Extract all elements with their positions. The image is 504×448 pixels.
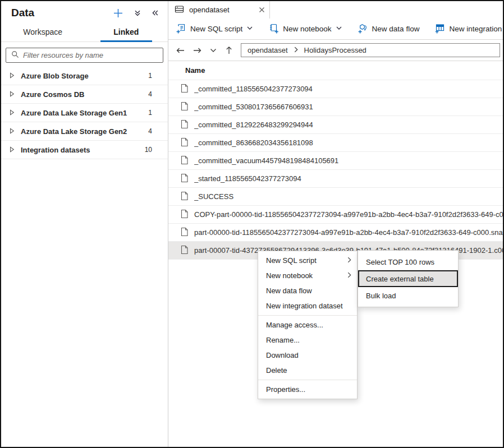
chevron-down-icon	[246, 25, 253, 33]
up-level-icon[interactable]	[224, 46, 233, 55]
file-row[interactable]: _committed_8129226483299294944	[168, 116, 503, 134]
context-menu: New SQL script New notebook New data flo…	[258, 251, 358, 399]
add-icon[interactable]	[112, 7, 124, 19]
menu-item-download[interactable]: Download	[258, 348, 357, 363]
menu-item-delete[interactable]: Delete	[258, 363, 357, 378]
file-name: _committed_1185565042377273094	[194, 85, 313, 93]
forward-arrow-icon[interactable]	[193, 46, 202, 55]
tree-item-count: 1	[148, 109, 152, 117]
menu-item-new-integration-dataset[interactable]: New integration dataset	[258, 298, 357, 313]
file-row[interactable]: COPY-part-00000-tid-1185565042377273094-…	[168, 206, 503, 224]
tree-item-label: Integration datasets	[21, 146, 139, 154]
submenu-chevron-icon	[347, 256, 351, 265]
new-data-flow-button[interactable]: New data flow	[358, 23, 420, 35]
close-icon[interactable]	[259, 7, 265, 13]
file-icon	[180, 119, 189, 131]
submenu-item-bulk-load[interactable]: Bulk load	[358, 287, 458, 304]
chevron-right-icon[interactable]	[10, 89, 15, 99]
filter-resources-input[interactable]	[23, 51, 158, 59]
file-row[interactable]: _committed_8636682034356181098	[168, 134, 503, 152]
tab-workspace[interactable]: Workspace	[1, 24, 85, 41]
file-row[interactable]: _started_1185565042377273094	[168, 170, 503, 188]
chevron-right-icon[interactable]	[10, 145, 15, 155]
tree-item-label: Azure Data Lake Storage Gen2	[21, 127, 142, 136]
new-sql-script-submenu: Select TOP 100 rows Create external tabl…	[358, 250, 459, 307]
collapse-panel-icon[interactable]	[151, 9, 159, 17]
new-sql-script-button[interactable]: New SQL script	[176, 23, 253, 35]
menu-item-label: Properties...	[266, 385, 351, 394]
submenu-item-select-top-100-rows[interactable]: Select TOP 100 rows	[358, 253, 458, 270]
chevron-right-icon[interactable]	[10, 71, 15, 81]
menu-item-new-sql-script[interactable]: New SQL script	[258, 253, 357, 268]
menu-item-label: New integration dataset	[266, 302, 351, 310]
menu-item-properties[interactable]: Properties...	[258, 382, 357, 397]
storage-icon	[175, 5, 184, 15]
command-bar: New SQL script New notebook New data flo	[168, 19, 503, 40]
menu-item-label: Manage access...	[266, 321, 351, 329]
file-icon	[180, 191, 189, 202]
tree-item-azure-blob-storage[interactable]: Azure Blob Storage 1	[1, 67, 168, 85]
breadcrumb: opendataset HolidaysProcessed	[241, 43, 500, 57]
page-title: Data	[11, 7, 112, 19]
menu-item-label: Select TOP 100 rows	[366, 258, 452, 266]
filter-resources-box	[6, 48, 163, 63]
file-name: _committed_8129226483299294944	[194, 121, 313, 129]
breadcrumb-item-holidaysprocessed[interactable]: HolidaysProcessed	[304, 46, 366, 54]
column-header-name[interactable]: Name	[168, 61, 503, 80]
menu-item-label: Create external table	[366, 275, 451, 283]
tree-item-integration-datasets[interactable]: Integration datasets 10	[1, 141, 168, 159]
tree-item-adls-gen2[interactable]: Azure Data Lake Storage Gen2 4	[1, 122, 168, 141]
menu-item-new-data-flow[interactable]: New data flow	[258, 283, 357, 298]
new-integration-dataset-icon	[434, 23, 445, 35]
back-arrow-icon[interactable]	[176, 46, 185, 55]
chevron-down-icon	[336, 25, 342, 33]
toolbar-label: New notebook	[283, 25, 331, 33]
menu-item-label: Delete	[266, 366, 351, 375]
menu-item-label: New SQL script	[266, 256, 347, 265]
double-chevron-down-icon[interactable]	[134, 9, 141, 17]
new-sql-script-icon	[176, 23, 186, 35]
toolbar-label: New data flow	[372, 25, 420, 33]
file-row[interactable]: part-00000-tid-1185565042377273094-a997e…	[168, 224, 503, 242]
menu-item-label: New data flow	[266, 287, 351, 295]
menu-item-label: Bulk load	[366, 292, 452, 300]
new-data-flow-icon	[358, 23, 368, 35]
menu-separator	[258, 315, 357, 316]
file-icon	[180, 155, 189, 167]
new-notebook-icon	[268, 23, 279, 35]
search-icon	[11, 50, 19, 61]
tab-title: opendataset	[189, 6, 254, 14]
file-row[interactable]: _committed_1185565042377273094	[168, 80, 503, 98]
file-row[interactable]: _SUCCESS	[168, 188, 503, 206]
file-icon	[180, 101, 189, 113]
menu-item-rename[interactable]: Rename...	[258, 332, 357, 348]
file-row[interactable]: _committed_vacuum4457948198484105691	[168, 152, 503, 170]
data-sidebar: Data Workspace Linked	[1, 1, 168, 447]
chevron-right-icon[interactable]	[10, 108, 15, 118]
active-tab-underline	[100, 40, 152, 42]
file-icon	[180, 245, 189, 256]
synapse-data-window: Data Workspace Linked	[0, 0, 504, 448]
tree-item-azure-cosmos-db[interactable]: Azure Cosmos DB 4	[1, 85, 168, 104]
tree-item-label: Azure Data Lake Storage Gen1	[21, 109, 142, 117]
sidebar-tabs: Workspace Linked	[1, 24, 168, 42]
chevron-right-icon[interactable]	[10, 126, 15, 136]
tab-linked[interactable]: Linked	[85, 24, 168, 41]
submenu-item-create-external-table[interactable]: Create external table	[358, 270, 458, 287]
file-name: _committed_5308017365667606931	[194, 103, 313, 111]
editor-tabbar: opendataset	[168, 1, 503, 19]
menu-item-label: New notebook	[266, 271, 347, 280]
tab-opendataset[interactable]: opendataset	[168, 1, 270, 19]
tree-item-adls-gen1[interactable]: Azure Data Lake Storage Gen1 1	[1, 104, 168, 122]
new-integration-dataset-button[interactable]: New integration dataset	[434, 23, 503, 35]
menu-item-new-notebook[interactable]: New notebook	[258, 268, 357, 283]
new-notebook-button[interactable]: New notebook	[268, 23, 342, 35]
menu-item-label: Rename...	[266, 336, 351, 344]
submenu-chevron-icon	[347, 271, 351, 280]
menu-item-manage-access[interactable]: Manage access...	[258, 317, 357, 332]
file-row[interactable]: _committed_5308017365667606931	[168, 98, 503, 116]
breadcrumb-item-opendataset[interactable]: opendataset	[248, 46, 288, 54]
file-name: _committed_vacuum4457948198484105691	[194, 156, 338, 165]
file-icon	[180, 137, 189, 149]
history-chevron-down-icon[interactable]	[209, 47, 217, 54]
